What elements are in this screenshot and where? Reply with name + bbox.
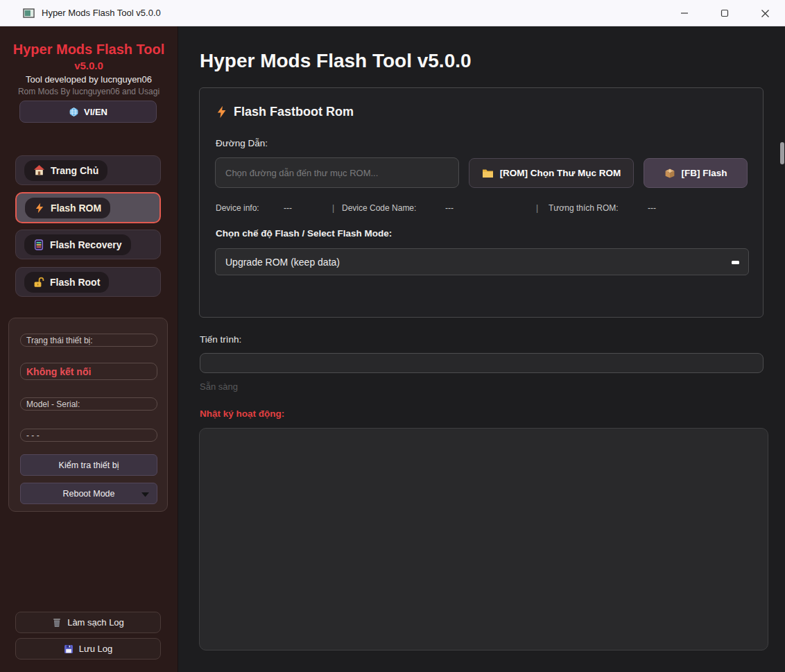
choose-rom-folder-label: [ROM] Chọn Thư Mục ROM bbox=[500, 168, 621, 178]
close-icon bbox=[761, 9, 770, 18]
sidebar-app-version: v5.0.0 bbox=[0, 60, 178, 71]
language-toggle-button[interactable]: VI/EN bbox=[19, 101, 157, 123]
sidebar-item-label: Trang Chủ bbox=[51, 165, 98, 176]
progress-status-text: Sẵn sàng bbox=[200, 381, 238, 392]
flash-mode-selected-value: Upgrade ROM (keep data) bbox=[225, 257, 340, 268]
clear-log-label: Làm sạch Log bbox=[67, 617, 124, 628]
minimize-icon bbox=[680, 9, 689, 17]
developer-credit: Tool developed by lucnguyen06 bbox=[0, 74, 178, 85]
home-icon bbox=[33, 164, 45, 176]
check-device-button[interactable]: Kiểm tra thiết bị bbox=[20, 454, 157, 476]
rom-compat-value: --- bbox=[648, 203, 656, 213]
save-log-button[interactable]: Lưu Log bbox=[15, 638, 161, 660]
window-controls bbox=[664, 0, 785, 26]
chevron-down-icon bbox=[141, 492, 149, 497]
connection-status-value: Không kết nối bbox=[20, 363, 157, 380]
flash-card-title-text: Flash Fastboot Rom bbox=[234, 105, 354, 119]
sidebar-item-label: Flash ROM bbox=[51, 203, 101, 214]
fb-flash-label: [FB] Flash bbox=[682, 168, 727, 178]
reboot-mode-button[interactable]: Reboot Mode bbox=[20, 483, 157, 504]
sidebar-item-flash-root[interactable]: Flash Root bbox=[15, 267, 161, 297]
device-status-panel: Trạng thái thiết bị: Không kết nối Model… bbox=[8, 318, 168, 512]
select-indicator-icon bbox=[732, 261, 739, 264]
maximize-button[interactable] bbox=[705, 0, 745, 26]
device-info-label: Device info: bbox=[216, 203, 259, 213]
unlock-icon bbox=[33, 277, 44, 288]
globe-icon bbox=[69, 107, 79, 117]
sidebar-item-label: Flash Root bbox=[50, 277, 100, 288]
page-title: Hyper Mods Flash Tool v5.0.0 bbox=[200, 50, 472, 72]
device-status-label: Trạng thái thiết bị: bbox=[20, 334, 157, 347]
package-icon bbox=[664, 168, 675, 179]
activity-log-label: Nhật ký hoạt động: bbox=[200, 408, 284, 419]
rom-path-input[interactable] bbox=[215, 157, 459, 188]
maximize-icon bbox=[721, 9, 729, 17]
model-serial-label: Model - Serial: bbox=[20, 397, 157, 411]
save-icon bbox=[64, 644, 74, 654]
app-icon bbox=[23, 8, 35, 19]
device-codename-value: --- bbox=[445, 203, 454, 213]
flash-card-title: Flash Fastboot Rom bbox=[216, 105, 354, 119]
minimize-button[interactable] bbox=[664, 0, 705, 26]
device-codename-label: Device Code Name: bbox=[342, 203, 416, 213]
sidebar-item-flash-recovery[interactable]: Flash Recovery bbox=[15, 230, 161, 259]
flash-mode-select[interactable]: Upgrade ROM (keep data) bbox=[215, 248, 749, 275]
trash-icon bbox=[52, 617, 62, 628]
recovery-icon bbox=[33, 239, 44, 250]
bolt-icon bbox=[34, 203, 45, 214]
reboot-mode-label: Reboot Mode bbox=[62, 489, 114, 499]
progress-bar bbox=[200, 353, 764, 373]
sidebar-item-label: Flash Recovery bbox=[50, 239, 122, 250]
flash-mode-label: Chọn chế độ Flash / Select Flash Mode: bbox=[216, 228, 392, 239]
bolt-icon bbox=[216, 105, 227, 119]
folder-icon bbox=[482, 169, 494, 178]
path-label: Đường Dẫn: bbox=[216, 138, 268, 148]
language-toggle-label: VI/EN bbox=[84, 107, 107, 117]
close-button[interactable] bbox=[745, 0, 785, 26]
app-window: Hyper Mods Flash Tool v5.0.0 Hyper Mods … bbox=[0, 0, 785, 672]
rom-credit: Rom Mods By lucnguyen06 and Usagi bbox=[0, 87, 178, 96]
choose-rom-folder-button[interactable]: [ROM] Chọn Thư Mục ROM bbox=[469, 158, 634, 188]
sidebar-item-flash-rom[interactable]: Flash ROM bbox=[15, 192, 161, 223]
model-serial-value: - - - bbox=[20, 429, 157, 442]
save-log-label: Lưu Log bbox=[79, 644, 112, 654]
progress-label: Tiến trình: bbox=[200, 334, 241, 345]
fb-flash-button[interactable]: [FB] Flash bbox=[644, 158, 748, 188]
scrollbar-thumb[interactable] bbox=[780, 142, 784, 164]
device-info-value: --- bbox=[284, 203, 292, 213]
sidebar: Hyper Mods Flash Tool v5.0.0 Tool develo… bbox=[0, 26, 178, 672]
sidebar-app-title: Hyper Mods Flash Tool bbox=[0, 42, 178, 58]
device-info-separator: | bbox=[332, 203, 334, 213]
clear-log-button[interactable]: Làm sạch Log bbox=[15, 612, 161, 633]
sidebar-item-home[interactable]: Trang Chủ bbox=[15, 155, 161, 185]
rom-compat-label: Tương thích ROM: bbox=[549, 203, 619, 213]
activity-log-area[interactable] bbox=[199, 428, 768, 651]
device-info-separator: | bbox=[536, 203, 538, 213]
title-bar: Hyper Mods Flash Tool v5.0.0 bbox=[0, 0, 785, 26]
flash-fastboot-card: Flash Fastboot Rom Đường Dẫn: [ROM] Chọn… bbox=[199, 87, 764, 318]
window-title: Hyper Mods Flash Tool v5.0.0 bbox=[42, 8, 161, 18]
